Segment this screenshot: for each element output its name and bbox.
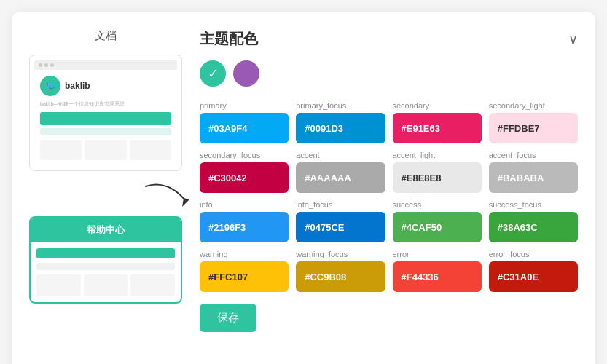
help-center-label: 帮助中心 (87, 224, 125, 235)
swatch-label-accent_light: accent_light (393, 151, 482, 159)
swatch-box-primary[interactable]: #03A9F4 (200, 113, 289, 143)
swatch-label-error: error (393, 250, 482, 258)
swatch-box-warning_focus[interactable]: #CC9B08 (296, 261, 385, 292)
swatch-box-secondary_light[interactable]: #FFDBE7 (489, 113, 578, 143)
chevron-down-icon[interactable]: ∨ (568, 31, 578, 47)
color-grid: primary#03A9F4primary_focus#0091D3second… (200, 101, 578, 292)
swatch-warning_focus: warning_focus#CC9B08 (296, 250, 385, 292)
swatch-label-info_focus: info_focus (296, 200, 385, 209)
help-search-bar (36, 263, 175, 270)
swatch-accent_light: accent_light#E8E8E8 (393, 151, 482, 193)
arrow-wrapper (29, 183, 182, 205)
browser-dot-1 (39, 63, 42, 67)
swatch-box-secondary_focus[interactable]: #C30042 (200, 162, 289, 193)
swatch-secondary_focus: secondary_focus#C30042 (200, 151, 289, 193)
baklib-bird-icon: 🐦 (40, 76, 60, 96)
save-button[interactable]: 保存 (200, 304, 256, 332)
preview-search-bar (40, 128, 171, 135)
swatch-label-secondary_focus: secondary_focus (200, 151, 289, 159)
help-mini-card-1 (36, 274, 81, 296)
swatch-info: info#2196F3 (200, 200, 289, 242)
swatch-label-error_focus: error_focus (489, 250, 578, 258)
preview-mini-card-2 (85, 140, 126, 160)
help-center-card[interactable]: 帮助中心 (29, 216, 182, 304)
help-center-content (31, 242, 181, 302)
arrow-icon (138, 179, 197, 208)
help-nav-bar (36, 248, 175, 258)
baklib-name: baklib (65, 81, 90, 91)
swatch-label-info: info (200, 200, 289, 209)
swatch-box-info_focus[interactable]: #0475CE (296, 212, 385, 242)
browser-dot-2 (44, 63, 48, 67)
swatch-label-warning_focus: warning_focus (296, 250, 385, 258)
swatch-label-warning: warning (200, 250, 289, 258)
main-container: 文档 🐦 baklib baklib—创建一个信息知识库管理系统 (12, 12, 595, 364)
swatch-box-primary_focus[interactable]: #0091D3 (296, 113, 385, 143)
help-cards-row (36, 274, 175, 296)
preview-mini-card-3 (130, 140, 171, 160)
baklib-logo-area: 🐦 baklib (40, 76, 171, 96)
help-mini-card-2 (84, 274, 128, 296)
swatch-box-success[interactable]: #4CAF50 (393, 212, 482, 242)
swatch-box-error[interactable]: #F44336 (393, 261, 482, 292)
swatch-info_focus: info_focus#0475CE (296, 200, 385, 242)
swatch-label-accent_focus: accent_focus (489, 151, 578, 159)
secondary-circle[interactable] (233, 60, 259, 87)
swatch-secondary_light: secondary_light#FFDBE7 (489, 101, 578, 143)
swatch-label-primary: primary (200, 101, 289, 110)
section-title: 主题配色 (200, 29, 258, 49)
preview-cards-row (40, 140, 171, 160)
swatch-box-warning[interactable]: #FFC107 (200, 261, 289, 292)
swatch-secondary: secondary#E91E63 (393, 101, 482, 143)
swatch-box-accent[interactable]: #AAAAAA (296, 162, 385, 193)
swatch-error: error#F44336 (393, 250, 482, 292)
help-mini-card-3 (130, 274, 175, 296)
swatch-label-secondary: secondary (393, 101, 482, 110)
preview-content: 🐦 baklib baklib—创建一个信息知识库管理系统 (34, 70, 177, 166)
right-panel: 主题配色 ∨ ✓ primary#03A9F4primary_focus#009… (200, 29, 578, 358)
swatch-primary: primary#03A9F4 (200, 101, 289, 143)
swatch-label-secondary_light: secondary_light (489, 101, 578, 110)
primary-circle[interactable]: ✓ (200, 60, 226, 87)
doc-label: 文档 (95, 29, 117, 43)
swatch-success: success#4CAF50 (393, 200, 482, 242)
swatch-label-accent: accent (296, 151, 385, 159)
swatch-label-success_focus: success_focus (489, 200, 578, 209)
swatch-box-info[interactable]: #2196F3 (200, 212, 289, 242)
color-circles: ✓ (200, 60, 578, 87)
swatch-label-primary_focus: primary_focus (296, 101, 385, 110)
swatch-primary_focus: primary_focus#0091D3 (296, 101, 385, 143)
swatch-box-accent_focus[interactable]: #BABABA (489, 162, 578, 193)
left-panel: 文档 🐦 baklib baklib—创建一个信息知识库管理系统 (29, 29, 182, 358)
right-header: 主题配色 ∨ (200, 29, 578, 49)
preview-tagline: baklib—创建一个信息知识库管理系统 (40, 100, 171, 108)
preview-nav-bar (40, 112, 171, 125)
swatch-warning: warning#FFC107 (200, 250, 289, 292)
swatch-box-error_focus[interactable]: #C31A0E (489, 261, 578, 292)
doc-preview-card[interactable]: 🐦 baklib baklib—创建一个信息知识库管理系统 (29, 55, 182, 171)
swatch-error_focus: error_focus#C31A0E (489, 250, 578, 292)
help-center-header: 帮助中心 (31, 218, 181, 242)
browser-dot-3 (50, 63, 54, 67)
check-icon: ✓ (208, 66, 219, 82)
swatch-box-secondary[interactable]: #E91E63 (393, 113, 482, 143)
swatch-accent_focus: accent_focus#BABABA (489, 151, 578, 193)
swatch-success_focus: success_focus#38A63C (489, 200, 578, 242)
swatch-box-accent_light[interactable]: #E8E8E8 (393, 162, 482, 193)
swatch-box-success_focus[interactable]: #38A63C (489, 212, 578, 242)
swatch-label-success: success (393, 200, 482, 209)
preview-mini-card-1 (40, 140, 82, 160)
svg-marker-0 (182, 198, 189, 207)
browser-bar (34, 60, 177, 70)
swatch-accent: accent#AAAAAA (296, 151, 385, 193)
